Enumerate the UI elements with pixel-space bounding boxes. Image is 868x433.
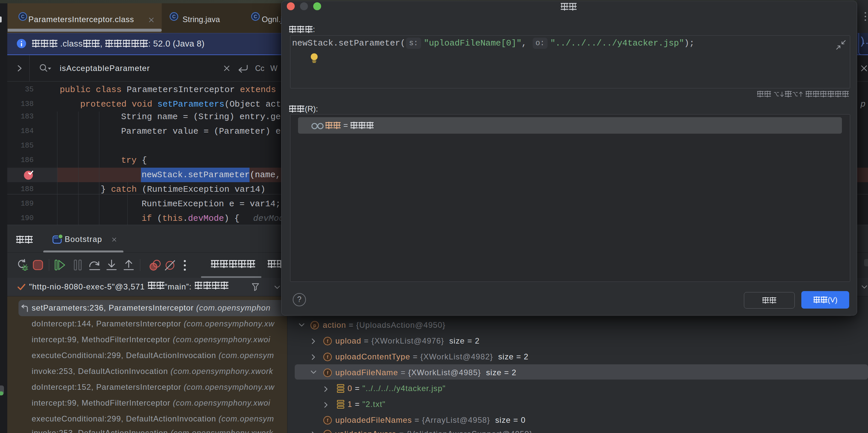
svg-text:p: p — [313, 322, 316, 328]
svg-text:C: C — [21, 14, 24, 19]
svg-text:C: C — [254, 14, 257, 19]
svg-text:p: p — [326, 431, 329, 433]
svg-text:C: C — [172, 14, 176, 19]
